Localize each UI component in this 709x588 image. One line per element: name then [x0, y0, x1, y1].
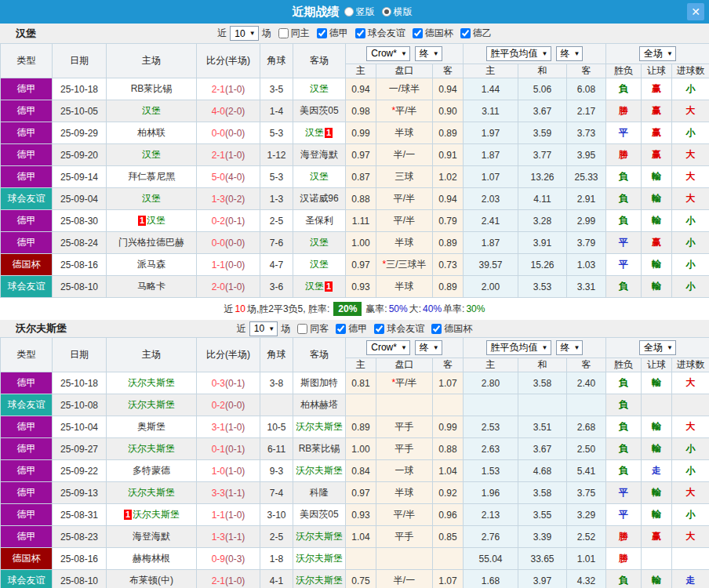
summary-big-rate: 40% — [423, 303, 442, 314]
handicap-result: 輸 — [642, 210, 672, 232]
vertical-layout-label[interactable]: 竖版 — [356, 5, 375, 19]
score: 0-9(0-3) — [197, 548, 260, 570]
team-text: 汉堡 — [310, 259, 329, 270]
score: 2-0(1-0) — [197, 276, 260, 298]
result-text: 大 — [686, 149, 696, 160]
score: 1-3(0-2) — [197, 188, 260, 210]
corners: 5-3 — [260, 122, 293, 144]
dropdown-arrow-icon: ▼ — [574, 344, 580, 351]
summary-big-label: 大: — [409, 303, 421, 316]
result-text: 小 — [686, 83, 696, 94]
team-text: 汉堡 — [147, 215, 165, 226]
result: 平 — [606, 232, 642, 254]
subcol-avg-home: 主 — [464, 64, 518, 78]
horizontal-layout-label[interactable]: 横版 — [394, 5, 413, 19]
avg-away: 2.99 — [567, 210, 606, 232]
halftime-score: (1-1) — [225, 488, 245, 499]
odds-away: 0.91 — [433, 144, 464, 166]
match-row: 德甲25-09-13沃尔夫斯堡3-3(1-1)7-4科隆0.97半球0.921.… — [1, 482, 709, 504]
league-badge: 德国杯 — [1, 254, 53, 276]
league-filter-checkbox[interactable] — [460, 28, 471, 38]
col-header-score: 比分(半场) — [197, 44, 260, 78]
league-filter-checkbox[interactable] — [317, 28, 327, 38]
result: 負 — [606, 570, 642, 588]
match-row: 德甲25-09-14拜仁慕尼黑5-0(4-0)5-3汉堡0.87三球1.021.… — [1, 166, 709, 188]
avg-away: 3.95 — [567, 144, 606, 166]
team-header-row: 汉堡近10▼场同主德甲球会友谊德国杯德乙 — [0, 24, 709, 43]
subcol-handicap: 盘口 — [376, 64, 433, 78]
avg-home: 39.57 — [464, 254, 518, 276]
title-bar: 近期战绩 竖版 横版 ✕ — [0, 0, 709, 24]
score: 4-0(2-0) — [197, 100, 260, 122]
result-text: 輸 — [652, 171, 661, 182]
handicap-text: 平手 — [395, 443, 414, 454]
league-filter-checkbox[interactable] — [374, 324, 384, 334]
result-text: 平 — [619, 509, 628, 520]
avg-home: 2.80 — [464, 372, 518, 394]
team-text: RB莱比锡 — [299, 443, 340, 454]
odds-home: 1.00 — [346, 232, 376, 254]
odds-away: 0.94 — [433, 188, 464, 210]
avg-type-select[interactable]: 胜平负均值▼ — [486, 340, 551, 355]
handicap: 半/一 — [376, 570, 433, 588]
fulltime-score: 5-0 — [212, 172, 225, 183]
avg-draw: 4.11 — [518, 188, 567, 210]
handicap — [376, 394, 433, 416]
scope-select[interactable]: 全场▼ — [639, 340, 676, 355]
avg-stage-select[interactable]: 终▼ — [556, 340, 584, 355]
handicap-result: 輸 — [642, 482, 672, 504]
subcol-avg-away: 客 — [567, 64, 606, 78]
match-date: 25-10-18 — [53, 78, 107, 100]
halftime-score: (1-1) — [225, 532, 245, 543]
period-select[interactable]: 10▼ — [249, 321, 278, 336]
league-filter-checkbox[interactable] — [336, 324, 346, 334]
odds-home: 0.98 — [346, 100, 376, 122]
close-icon[interactable]: ✕ — [687, 3, 704, 20]
odds-company-select[interactable]: Crow*▼ — [366, 340, 410, 355]
vertical-layout-radio[interactable] — [344, 7, 354, 16]
result-text: 負 — [619, 215, 628, 226]
league-filter-checkbox[interactable] — [355, 28, 365, 38]
home-team: 沃尔夫斯堡 — [107, 394, 197, 416]
odds-away: 0.88 — [433, 438, 464, 460]
same-venue-checkbox[interactable] — [278, 28, 289, 38]
period-select[interactable]: 10▼ — [230, 26, 258, 41]
handicap-result: 輸 — [642, 372, 672, 394]
halftime-score: (0-0) — [225, 128, 245, 139]
match-row: 球会友谊25-08-10马略卡2-0(1-0)3-6汉堡10.93半球0.892… — [1, 276, 709, 298]
same-venue-checkbox[interactable] — [297, 324, 307, 334]
score: 2-1(1-0) — [197, 570, 260, 588]
avg-draw: 3.53 — [518, 276, 567, 298]
odds-stage-select[interactable]: 终▼ — [415, 340, 442, 355]
result-text: 小 — [686, 509, 696, 520]
odds-stage-select[interactable]: 终▼ — [415, 46, 442, 61]
handicap-result: 輸 — [642, 276, 672, 298]
filter-near-label: 近 — [217, 27, 227, 40]
odds-home: 0.97 — [346, 254, 376, 276]
avg-home: 2.76 — [464, 526, 518, 548]
away-team: 美因茨05 — [293, 504, 346, 526]
result-text: 赢 — [652, 83, 661, 94]
horizontal-layout-radio[interactable] — [382, 7, 391, 16]
dropdown-arrow-icon: ▼ — [433, 344, 439, 351]
select-value: 胜平负均值 — [491, 341, 538, 354]
avg-draw — [518, 394, 567, 416]
result: 勝 — [606, 526, 642, 548]
avg-type-select[interactable]: 胜平负均值▼ — [486, 46, 551, 61]
league-filter-checkbox[interactable] — [431, 324, 442, 334]
league-filter-checkbox[interactable] — [413, 28, 423, 38]
result-text: 赢 — [652, 237, 661, 248]
scope-select[interactable]: 全场▼ — [639, 46, 676, 61]
team-text: 汉堡 — [310, 83, 329, 94]
avg-home: 3.11 — [464, 100, 518, 122]
result-text: 輸 — [652, 193, 661, 204]
fulltime-score: 1-3 — [212, 194, 225, 205]
avg-home: 2.00 — [464, 276, 518, 298]
match-row: 球会友谊25-08-10布莱顿(中)2-1(1-0)4-1沃尔夫斯堡0.75半/… — [1, 570, 709, 588]
match-date: 25-08-10 — [53, 570, 107, 588]
avg-stage-select[interactable]: 终▼ — [556, 46, 584, 61]
away-team: 汉诺威96 — [293, 188, 346, 210]
layout-radio-group: 竖版 横版 — [344, 5, 417, 19]
match-row: 球会友谊25-10-08沃尔夫斯堡0-2(0-0)柏林赫塔負 — [1, 394, 709, 416]
odds-company-select[interactable]: Crow*▼ — [366, 46, 410, 61]
